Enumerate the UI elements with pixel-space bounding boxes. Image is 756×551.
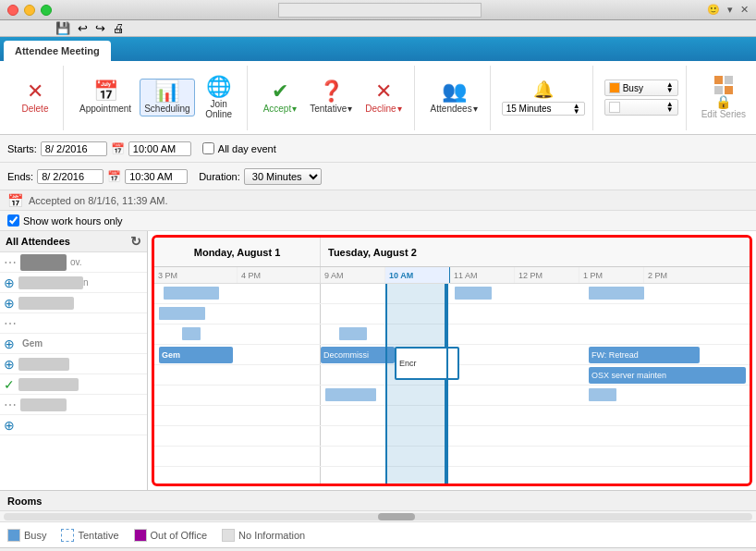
tentative-button[interactable]: ❓ Tentative ▾ — [305, 79, 357, 116]
accept-dropdown-icon[interactable]: ▾ — [292, 104, 297, 114]
monday-cell — [154, 426, 321, 446]
form-row-starts: Starts: 📅 All day event This part of the… — [0, 135, 756, 163]
ribbon-group-attendees: 👥 Attendees ▾ — [419, 66, 491, 130]
undo-icon[interactable]: ↩ — [78, 21, 88, 35]
show-work-hours-checkbox[interactable] — [7, 214, 19, 227]
maximize-button[interactable] — [41, 5, 52, 16]
noinfo-legend-label: No Information — [238, 530, 305, 541]
edit-series-button[interactable]: 🔒 Edit Series — [698, 72, 750, 123]
minimize-button[interactable] — [24, 5, 35, 16]
add-attendee-icon[interactable]: ⊕ — [4, 296, 15, 311]
starts-time-input[interactable] — [128, 141, 191, 156]
tentative-dropdown-icon[interactable]: ▾ — [348, 104, 352, 114]
busy-down-icon[interactable]: ▼ — [666, 88, 674, 93]
grid-row — [154, 447, 750, 467]
chevron-down-icon[interactable]: ▾ — [727, 4, 733, 16]
attendee-row: ⋯ — [0, 395, 147, 415]
recurrence-dropdown[interactable]: ▲ ▼ — [604, 99, 678, 116]
ends-time-input[interactable] — [125, 169, 188, 184]
recurrence-down-icon[interactable]: ▼ — [666, 107, 674, 113]
status-bar: 📅 Accepted on 8/1/16, 11:39 AM. — [0, 190, 756, 211]
monday-cell — [154, 386, 321, 405]
add-attendee-icon[interactable]: ⊕ — [4, 357, 15, 372]
event-block — [164, 287, 219, 300]
tuesday-label: Tuesday, August 2 — [328, 247, 417, 258]
series-grid-icon — [714, 76, 733, 94]
attendees-dropdown-icon[interactable]: ▾ — [473, 104, 478, 114]
scheduling-button[interactable]: 📊 Scheduling — [140, 79, 194, 116]
ends-date-input[interactable] — [37, 169, 104, 184]
busy-color-indicator — [609, 82, 620, 93]
check-icon: ✓ — [4, 377, 15, 392]
tab-bar: Attendee Meeting — [0, 37, 756, 61]
allday-field[interactable]: All day event — [202, 142, 276, 154]
time-labels-row: 3 PM 4 PM 9 AM 10 AM 11 AM 12 PM 1 PM 2 … — [154, 267, 750, 284]
all-attendees-label: All Attendees — [6, 236, 70, 247]
accept-button[interactable]: ✔ Accept ▾ — [259, 79, 302, 116]
add-attendee-icon[interactable]: ⊕ — [4, 418, 15, 433]
starts-calendar-icon[interactable]: 📅 — [111, 142, 125, 155]
grid-row — [154, 406, 750, 426]
appointment-icon: 📅 — [93, 81, 118, 102]
fw-retread-label: FW: Retread — [591, 350, 639, 360]
busy-legend-label: Busy — [24, 530, 46, 541]
close-icon[interactable]: ✕ — [740, 4, 749, 16]
dots-icon: ⋯ — [4, 316, 17, 331]
add-attendee-icon[interactable]: ⊕ — [4, 276, 15, 290]
redo-icon[interactable]: ↪ — [95, 21, 105, 35]
grid-row — [154, 324, 750, 345]
scrollbar-thumb[interactable] — [378, 513, 415, 520]
attendee-name: n — [83, 277, 89, 288]
add-attendee-icon[interactable]: ⊕ — [4, 337, 15, 351]
save-icon[interactable]: 💾 — [55, 21, 70, 35]
reminder-dropdown[interactable]: 15 Minutes ▲ ▼ — [502, 102, 585, 116]
ribbon-group-edit-series: 🔒 Edit Series — [690, 66, 756, 130]
title-area — [126, 3, 633, 18]
gem-event: Gem — [159, 347, 233, 363]
delete-button[interactable]: ✕ Delete — [15, 79, 55, 116]
ends-calendar-icon[interactable]: 📅 — [107, 170, 121, 183]
allday-checkbox[interactable] — [202, 142, 214, 154]
title-icons: 🙂 ▾ ✕ — [707, 4, 749, 16]
attendee-name: Gem — [22, 338, 43, 349]
join-online-button[interactable]: 🌐 JoinOnline — [199, 74, 239, 122]
time-9am: 9 AM — [321, 267, 385, 283]
attendees-button[interactable]: 👥 Attendees ▾ — [426, 79, 482, 116]
rooms-bar: Rooms — [0, 490, 756, 510]
horizontal-scrollbar[interactable] — [4, 513, 752, 520]
monday-cell — [154, 284, 321, 303]
osx-server-label: OSX server mainten — [591, 371, 666, 380]
issue-bar: ▲ Issue Resolution — [0, 547, 756, 551]
decline-button[interactable]: ✕ Decline ▾ — [360, 79, 406, 116]
calendar-icon: 📅 — [7, 193, 23, 208]
starts-date-input[interactable] — [41, 141, 107, 156]
event-block — [325, 388, 376, 401]
decline-icon: ✕ — [375, 81, 392, 102]
decline-dropdown-icon[interactable]: ▾ — [397, 104, 402, 114]
attendees-label: Attendees — [431, 104, 472, 114]
tentative-legend-label: Tentative — [78, 530, 118, 541]
delete-label: Delete — [22, 104, 49, 114]
scheduling-label: Scheduling — [144, 104, 189, 114]
refresh-icon[interactable]: ↻ — [130, 234, 141, 249]
join-online-icon: 🌐 — [206, 77, 231, 97]
print-icon[interactable]: 🖨 — [113, 21, 125, 35]
tab-attendee-meeting[interactable]: Attendee Meeting — [4, 41, 111, 61]
left-panel: All Attendees ↻ ⋯ ov. ⊕ n ⊕ ⋯ ⊕ Gem ⊕ — [0, 231, 148, 490]
busy-dropdown[interactable]: Busy ▲ ▼ — [604, 80, 678, 96]
reminder-down-icon[interactable]: ▼ — [573, 109, 580, 115]
busy-value: Busy — [623, 83, 643, 93]
attendee-name: ov. — [70, 257, 82, 267]
event-block — [339, 327, 367, 340]
title-input[interactable] — [278, 3, 482, 18]
dots-icon: ⋯ — [4, 398, 17, 412]
duration-select[interactable]: 30 Minutes — [244, 168, 322, 185]
close-button[interactable] — [7, 5, 18, 16]
event-block — [455, 287, 492, 300]
avatar — [20, 254, 67, 271]
appointment-button[interactable]: 📅 Appointment — [75, 79, 136, 116]
scrollbar-area — [0, 510, 756, 521]
monday-cell: Gem — [154, 345, 321, 364]
attendee-row: ⊕ — [0, 293, 147, 313]
monday-cell — [154, 406, 321, 425]
